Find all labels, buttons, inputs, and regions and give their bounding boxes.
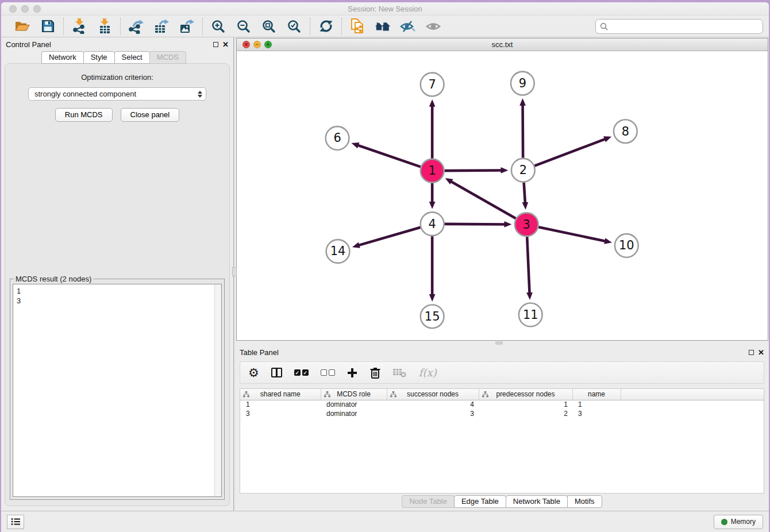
mcds-result-line: 3 [17, 296, 218, 306]
zoom-in-button[interactable] [210, 18, 226, 34]
float-table-panel-icon[interactable] [749, 350, 754, 355]
tab-network[interactable]: Network [41, 51, 84, 64]
column-header-shared-name[interactable]: shared name [240, 389, 321, 400]
edge-arrowhead [522, 202, 528, 210]
save-session-button[interactable] [40, 18, 56, 34]
zoom-out-button[interactable] [236, 18, 252, 34]
hierarchy-icon [482, 391, 488, 399]
graph-edge[interactable] [524, 183, 525, 203]
tab-mcds[interactable]: MCDS [149, 51, 186, 64]
column-header-name[interactable]: name [572, 389, 621, 400]
export-image-button[interactable] [179, 18, 195, 34]
column-header-successor-nodes[interactable]: successor nodes [387, 389, 479, 400]
hide-panel-eye-icon[interactable] [400, 18, 416, 34]
optimization-criterion-select[interactable]: strongly connected component [28, 87, 206, 101]
select-stepper-icon [198, 91, 202, 98]
splitter-grip[interactable] [232, 267, 237, 276]
graph-node-label: 4 [429, 217, 436, 231]
optimization-criterion-value: strongly connected component [34, 90, 136, 98]
application-window: Session: New Session [1, 2, 769, 532]
tab-edge-table[interactable]: Edge Table [454, 495, 506, 508]
table-row[interactable]: 3 dominator 3 2 3 [240, 409, 764, 418]
cell-mcds-role[interactable]: dominator [321, 400, 387, 409]
panel-splitter[interactable] [233, 37, 235, 511]
graph-edge[interactable] [534, 139, 605, 166]
graph-node-label: 9 [519, 76, 526, 90]
cell-name[interactable]: 1 [572, 400, 621, 409]
window-title: Session: New Session [1, 5, 769, 13]
graph-edge[interactable] [359, 228, 420, 245]
graph-edge[interactable] [451, 182, 516, 218]
tab-node-table[interactable]: Node Table [402, 495, 455, 508]
run-mcds-button[interactable]: Run MCDS [55, 108, 113, 122]
cell-shared-name[interactable]: 3 [240, 409, 321, 418]
optimization-criterion-label: Optimization criterion: [5, 73, 229, 82]
add-column-icon[interactable] [347, 365, 357, 380]
delete-column-trash-icon[interactable] [369, 365, 381, 380]
edge-arrowhead [500, 167, 508, 174]
edge-arrowhead [429, 99, 436, 107]
search-input[interactable] [595, 19, 763, 34]
graph-edge[interactable] [445, 224, 505, 225]
control-panel-tabs: Network Style Select MCDS [41, 51, 233, 64]
table-settings-gear-icon[interactable]: ⚙ [248, 365, 259, 380]
column-header-predecessor-nodes[interactable]: predecessor nodes [479, 389, 572, 400]
export-table-button[interactable] [153, 18, 170, 34]
zoom-fit-button[interactable] [261, 18, 277, 34]
cell-successor-nodes[interactable]: 4 [387, 400, 479, 409]
apply-layout-button[interactable] [318, 18, 334, 34]
tab-motifs[interactable]: Motifs [567, 495, 602, 508]
graph-edge[interactable] [358, 145, 421, 167]
cell-shared-name[interactable]: 1 [240, 400, 321, 409]
result-scrollbar[interactable] [214, 284, 221, 496]
cell-predecessor-nodes[interactable]: 2 [479, 409, 572, 418]
graph-edge[interactable] [527, 237, 529, 293]
network-graph[interactable]: 7968124314101511 [237, 51, 768, 340]
table-panel: Table Panel ✕ ⚙ ✓✓ [235, 345, 769, 511]
open-session-button[interactable] [14, 18, 30, 34]
tab-network-table[interactable]: Network Table [506, 495, 568, 508]
show-columns-icon[interactable] [271, 365, 282, 380]
hierarchy-icon [243, 391, 249, 399]
edge-arrowhead [429, 202, 436, 209]
graph-node-label: 7 [429, 78, 436, 91]
import-network-button[interactable] [71, 18, 87, 34]
close-panel-button[interactable]: Close panel [121, 108, 180, 122]
deselect-all-columns-icon[interactable] [321, 365, 335, 380]
cell-successor-nodes[interactable]: 3 [387, 409, 479, 418]
column-header-mcds-role[interactable]: MCDS role [321, 389, 387, 400]
graph-node-label: 10 [619, 238, 634, 252]
cell-name[interactable]: 3 [572, 409, 621, 418]
import-table-button[interactable] [97, 18, 113, 34]
table-row[interactable]: 1 dominator 4 1 1 [240, 400, 764, 409]
mcds-result-text: 1 3 [13, 284, 222, 497]
hierarchy-icon [390, 391, 396, 399]
close-panel-icon[interactable]: ✕ [222, 42, 229, 47]
cell-mcds-role[interactable]: dominator [321, 409, 387, 418]
memory-button[interactable]: Memory [714, 515, 763, 529]
show-panel-eye-icon [425, 18, 441, 34]
edge-arrowhead [504, 221, 511, 228]
tab-select[interactable]: Select [114, 51, 150, 64]
graph-edge[interactable] [445, 170, 502, 171]
close-table-panel-icon[interactable]: ✕ [758, 350, 764, 355]
export-network-button[interactable] [128, 18, 144, 34]
task-history-button[interactable] [7, 515, 24, 529]
edge-arrowhead [352, 242, 360, 248]
delete-table-icon [393, 365, 407, 380]
graph-node-label: 2 [519, 163, 527, 177]
search-box [595, 19, 763, 34]
search-icon [600, 22, 608, 32]
horizontal-splitter[interactable] [235, 341, 769, 345]
tab-style[interactable]: Style [83, 51, 115, 64]
zoom-selected-button[interactable] [286, 18, 302, 34]
cell-predecessor-nodes[interactable]: 1 [479, 400, 572, 409]
clone-network-button[interactable] [349, 18, 365, 34]
select-all-columns-icon[interactable]: ✓✓ [294, 365, 309, 380]
float-panel-icon[interactable] [213, 42, 218, 47]
graph-edge[interactable] [523, 105, 523, 158]
graph-edge[interactable] [538, 227, 605, 241]
graph-node-label: 14 [330, 244, 346, 258]
home-networks-button[interactable] [375, 18, 391, 34]
horizontal-splitter-grip[interactable] [495, 341, 503, 345]
